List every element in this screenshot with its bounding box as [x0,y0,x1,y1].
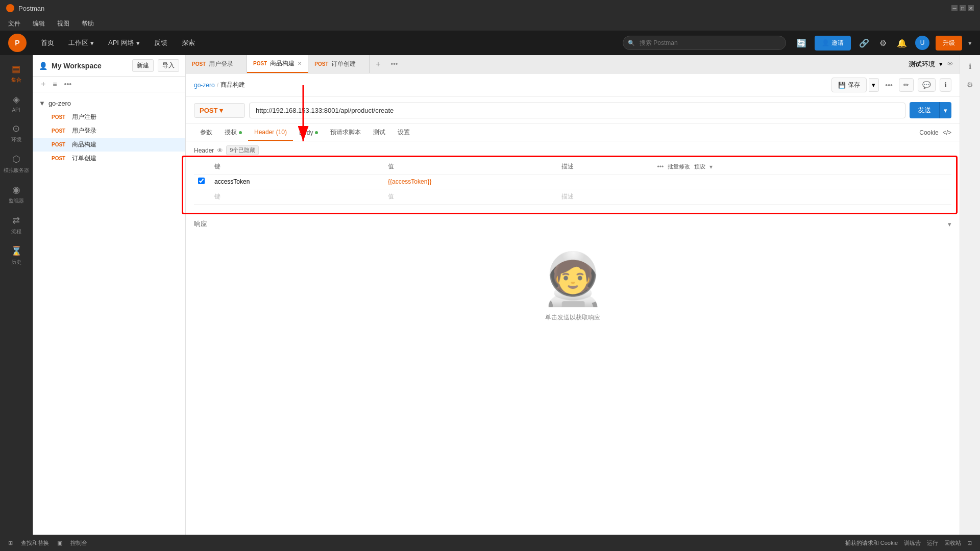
method-badge-post: POST [49,155,68,162]
settings-icon[interactable]: ⚙ [877,36,889,50]
tab-close-button[interactable]: ✕ [298,61,302,66]
send-dropdown-button[interactable]: ▾ [939,102,951,118]
find-replace-label[interactable]: 查找和替换 [21,539,49,547]
menu-help[interactable]: 帮助 [80,18,96,29]
upgrade-button[interactable]: 升级 [936,36,962,51]
import-button[interactable]: 导入 [158,59,179,72]
env-eye-icon[interactable]: 👁 [947,60,953,68]
empty-desc-cell[interactable]: 描述 [557,189,653,205]
sidebar-item-collection[interactable]: ▤ 集合 [0,59,32,88]
upgrade-dropdown-icon[interactable]: ▾ [968,39,972,47]
comment-button[interactable]: 💬 [918,78,936,92]
tab-method-badge: POST [314,61,328,67]
training-label[interactable]: 训练营 [904,539,921,547]
link-icon[interactable]: 🔗 [857,36,871,50]
request-product-build[interactable]: POST 商品构建 [33,138,185,152]
capture-cookie-label[interactable]: 捕获的请求和 Cookie [845,539,898,547]
request-user-login[interactable]: POST 用户登录 [33,124,185,138]
layout-icon[interactable]: ⊡ [967,540,972,546]
nav-workspace[interactable]: 工作区 ▾ [62,35,100,51]
search-input[interactable] [623,36,786,50]
auth-active-dot [239,131,242,134]
status-right: 捕获的请求和 Cookie 训练营 运行 回收站 ⊡ [845,539,972,547]
nav-explore[interactable]: 探索 [176,35,201,51]
run-label[interactable]: 运行 [927,539,938,547]
save-button[interactable]: 💾 保存 [831,78,867,92]
invite-button[interactable]: 👤 邀请 [815,36,851,51]
more-options-icon-button[interactable]: ••• [62,79,74,89]
row-checkbox-cell[interactable] [194,174,210,189]
console-label[interactable]: 控制台 [70,539,87,547]
tabs-more-button[interactable]: ••• [387,60,402,68]
breadcrumb-parent[interactable]: go-zero [194,82,215,89]
menu-edit[interactable]: 编辑 [31,18,47,29]
notification-icon[interactable]: 🔔 [895,36,909,50]
method-select[interactable]: POST ▾ [194,103,245,118]
sidebar-item-flow[interactable]: ⇄ 流程 [0,211,32,239]
trash-label[interactable]: 回收站 [944,539,961,547]
batch-edit-button[interactable]: 批量修改 [668,163,690,170]
tab-product-build[interactable]: POST 商品构建 ✕ [247,55,308,73]
sidebar-item-monitor[interactable]: ◉ 监视器 [0,180,32,209]
empty-value-placeholder: 值 [388,193,394,200]
search-wrapper: 🔍 [623,36,786,50]
find-replace-icon: ⊞ [8,540,13,546]
breadcrumb-separator: / [217,82,218,89]
empty-key-cell[interactable]: 键 [210,189,384,205]
tab-user-login[interactable]: POST 用户登录 [186,55,247,73]
req-tab-auth[interactable]: 授权 [218,124,248,141]
maximize-button[interactable]: □ [960,5,966,11]
req-tab-params[interactable]: 参数 [194,124,218,141]
preset-button[interactable]: 预设 [694,163,705,170]
collection-go-zero[interactable]: ▼ go-zero [33,96,185,110]
code-snippet-button[interactable]: </> [943,129,951,136]
value-col-header: 值 [384,159,557,174]
table-more-button[interactable]: ••• [657,163,664,170]
cookie-button[interactable]: Cookie [919,129,938,136]
tab-order-create[interactable]: POST 订单创建 [308,55,370,73]
req-tab-settings[interactable]: 设置 [391,124,416,141]
minimize-button[interactable]: ─ [951,5,958,11]
right-panel-info-icon[interactable]: ℹ [966,59,974,73]
add-tab-button[interactable]: + [370,60,386,69]
request-order-create[interactable]: POST 订单创建 [33,152,185,165]
window-controls[interactable]: ─ □ ✕ [951,5,974,11]
key-cell: accessToken [210,174,384,189]
sidebar-item-history[interactable]: ⌛ 历史 [0,241,32,270]
req-tab-header[interactable]: Header (10) [248,124,293,141]
method-badge-post: POST [49,127,68,135]
sync-icon[interactable]: 🔄 [794,36,808,50]
nav-api-network[interactable]: API 网络 ▾ [102,35,146,51]
filter-icon-button[interactable]: ≡ [51,79,59,89]
sidebar-item-api[interactable]: ◈ API [0,90,32,117]
row-checkbox[interactable] [198,178,205,184]
req-tab-body[interactable]: Body [293,124,324,141]
avatar-icon[interactable]: U [915,36,929,50]
save-dropdown-button[interactable]: ▾ [869,78,879,92]
response-header[interactable]: 响应 ▾ [194,219,951,229]
edit-button[interactable]: ✏ [899,78,914,92]
breadcrumb-more-button[interactable]: ••• [883,81,895,89]
env-selector[interactable]: 测试环境 ▾ 👁 [909,60,960,69]
nav-feedback[interactable]: 反馈 [148,35,174,51]
url-input[interactable] [249,103,905,118]
nav-right-actions: 🔄 👤 邀请 🔗 ⚙ 🔔 U 升级 ▾ [794,36,972,51]
request-user-register[interactable]: POST 用户注册 [33,110,185,124]
method-dropdown-icon: ▾ [219,107,223,114]
req-tab-test[interactable]: 测试 [367,124,391,141]
nav-home[interactable]: 首页 [35,35,60,51]
right-panel-code-icon[interactable]: ⚙ [964,78,976,92]
sidebar-item-mock[interactable]: ⬡ 模拟服务器 [0,149,32,178]
sidebar-item-env[interactable]: ⊙ 环境 [0,119,32,147]
env-label: 测试环境 [909,60,935,69]
close-button[interactable]: ✕ [968,5,974,11]
send-button[interactable]: 发送 [910,102,939,118]
api-icon: ◈ [13,94,20,105]
add-collection-icon-button[interactable]: + [39,79,47,90]
info-button[interactable]: ℹ [940,78,951,92]
new-collection-button[interactable]: 新建 [132,59,154,72]
menu-file[interactable]: 文件 [6,18,22,29]
empty-value-cell[interactable]: 值 [384,189,557,205]
req-tab-prerequest[interactable]: 预请求脚本 [324,124,367,141]
menu-view[interactable]: 视图 [55,18,71,29]
